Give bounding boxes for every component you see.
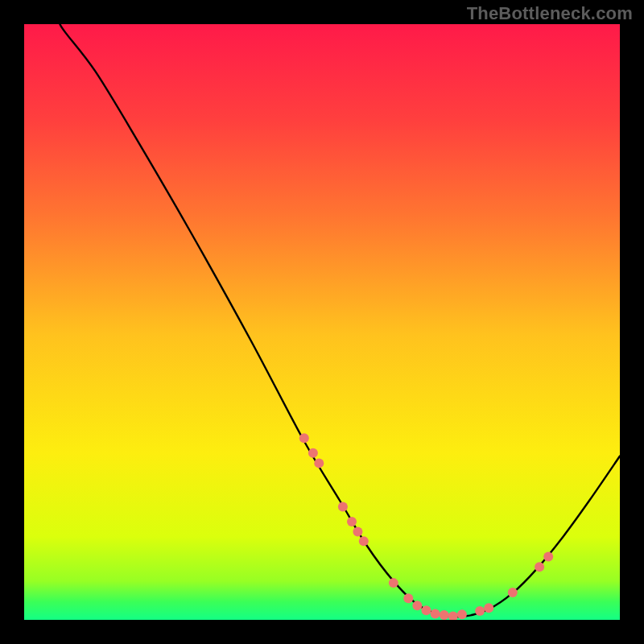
scatter-marker [422,605,431,615]
scatter-marker [535,562,544,572]
scatter-marker [359,536,369,546]
scatter-marker [431,609,440,619]
scatter-marker [440,610,449,620]
chart-svg [24,24,620,620]
scatter-marker [308,448,318,458]
scatter-marker [412,601,422,610]
scatter-marker [347,517,357,526]
chart-background [24,24,620,620]
scatter-marker [543,552,553,562]
chart-plot-area [24,24,620,620]
scatter-marker [475,606,485,616]
scatter-marker [508,588,518,597]
scatter-marker [299,433,309,443]
scatter-marker [457,609,467,619]
scatter-marker [338,502,348,511]
scatter-marker [484,603,493,613]
attribution-text: TheBottleneck.com [467,3,633,24]
scatter-marker [353,526,362,536]
scatter-marker [389,578,398,588]
scatter-marker [314,458,324,468]
scatter-marker [403,593,413,603]
